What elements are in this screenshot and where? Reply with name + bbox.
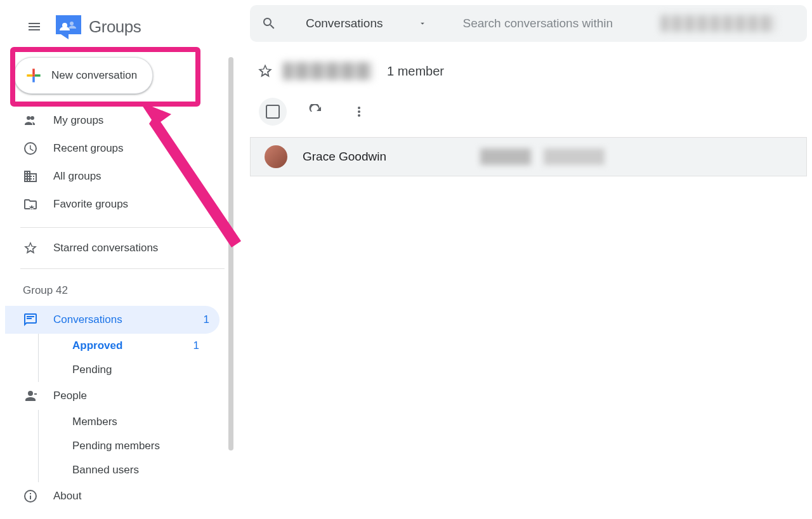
sidebar: Groups New conversation My groups Recent…	[0, 0, 235, 519]
nav-label: Conversations	[53, 313, 122, 326]
svg-rect-0	[56, 15, 81, 34]
nav-label: My groups	[53, 114, 103, 127]
redacted-text	[544, 148, 605, 165]
conversations-count: 1	[204, 313, 209, 326]
groups-logo-icon	[55, 14, 82, 39]
sidebar-item-my-groups[interactable]: My groups	[5, 107, 219, 135]
more-vert-icon	[351, 104, 367, 119]
avatar	[265, 145, 287, 168]
nav-label: People	[53, 390, 87, 402]
more-options-button[interactable]	[345, 98, 373, 126]
tree-line	[38, 334, 39, 358]
building-icon	[23, 169, 38, 184]
sidebar-item-starred[interactable]: Starred conversations	[5, 234, 219, 262]
group-section-label: Group 42	[5, 275, 235, 306]
nav-label: Banned users	[72, 464, 139, 476]
sidebar-item-people[interactable]: People	[5, 382, 219, 410]
app-logo[interactable]: Groups	[55, 14, 141, 39]
nav-label: Members	[72, 416, 117, 428]
group-header: 1 member	[250, 56, 807, 94]
star-outline-icon	[23, 240, 38, 256]
sidebar-scrollbar[interactable]	[228, 57, 233, 450]
person-icon	[23, 388, 38, 404]
nav-label: All groups	[53, 170, 102, 183]
redacted-text	[661, 15, 775, 32]
app-header: Groups	[5, 0, 235, 53]
tree-line	[38, 434, 39, 458]
conversation-toolbar	[250, 94, 807, 137]
sender-name: Grace Goodwin	[303, 150, 480, 164]
svg-marker-1	[61, 34, 69, 39]
sidebar-sub-pending-members[interactable]: Pending members	[5, 434, 235, 458]
new-conversation-label: New conversation	[51, 69, 137, 82]
search-icon	[261, 16, 277, 31]
search-bar: Conversations	[250, 5, 807, 42]
info-icon	[23, 489, 38, 504]
search-filter-dropdown[interactable]: Conversations	[283, 16, 445, 30]
divider	[20, 268, 225, 269]
nav-label: Pending	[72, 364, 112, 376]
select-all-checkbox[interactable]	[259, 98, 287, 126]
checkbox-icon	[266, 105, 280, 119]
folder-star-icon	[23, 197, 38, 212]
sidebar-item-about[interactable]: About	[5, 482, 219, 510]
nav-label: Pending members	[72, 440, 160, 452]
nav-label: Starred conversations	[53, 242, 158, 254]
refresh-button[interactable]	[302, 98, 330, 126]
approved-count: 1	[193, 339, 199, 352]
sidebar-sub-banned-users[interactable]: Banned users	[5, 458, 235, 482]
nav-label: Recent groups	[53, 142, 124, 155]
svg-rect-4	[32, 74, 35, 77]
people-icon	[23, 113, 38, 128]
sidebar-sub-approved[interactable]: Approved 1	[5, 334, 235, 358]
redacted-group-name	[283, 62, 372, 80]
sidebar-item-all-groups[interactable]: All groups	[5, 162, 219, 190]
tree-line	[38, 358, 39, 382]
nav-label: Approved	[72, 339, 122, 352]
nav-label: About	[53, 490, 81, 503]
hamburger-icon	[27, 19, 42, 34]
nav-label: Favorite groups	[53, 198, 128, 211]
clock-icon	[23, 141, 38, 156]
svg-point-3	[70, 22, 74, 25]
redacted-text	[480, 148, 531, 165]
refresh-icon	[308, 104, 324, 119]
app-title: Groups	[89, 17, 141, 37]
sidebar-item-conversations[interactable]: Conversations 1	[5, 306, 219, 334]
sidebar-sub-members[interactable]: Members	[5, 410, 235, 434]
conversation-row[interactable]: Grace Goodwin	[250, 137, 807, 176]
main-content: Conversations 1 member	[235, 0, 812, 519]
new-conversation-button[interactable]: New conversation	[14, 57, 153, 94]
star-outline-icon	[257, 63, 273, 79]
sidebar-sub-pending[interactable]: Pending	[5, 358, 235, 382]
filter-label: Conversations	[306, 16, 383, 30]
sidebar-item-favorite-groups[interactable]: Favorite groups	[5, 190, 219, 218]
tree-line	[38, 410, 39, 434]
search-button[interactable]	[255, 10, 283, 37]
chevron-down-icon	[418, 19, 427, 28]
tree-line	[38, 458, 39, 482]
star-group-button[interactable]	[255, 61, 275, 81]
member-count: 1 member	[387, 64, 444, 79]
chat-icon	[23, 312, 38, 327]
divider	[20, 227, 225, 228]
main-menu-button[interactable]	[19, 11, 49, 42]
sidebar-item-recent-groups[interactable]: Recent groups	[5, 135, 219, 162]
plus-icon	[23, 65, 44, 86]
